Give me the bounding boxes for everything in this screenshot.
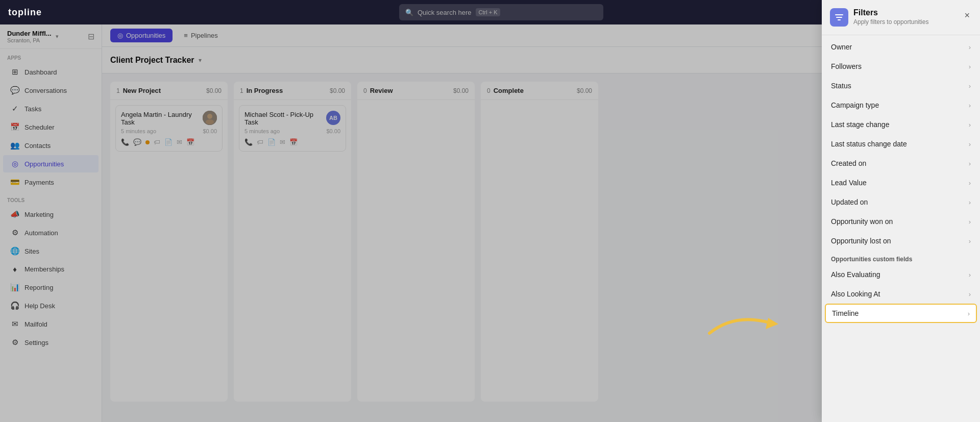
filter-item-label: Lead Value	[831, 179, 867, 187]
filter-item-label: Last stage change	[831, 120, 889, 129]
chevron-right-icon: ›	[969, 218, 971, 226]
search-shortcut: Ctrl + K	[476, 8, 501, 16]
filter-item-label: Created on	[831, 159, 866, 167]
chevron-right-icon: ›	[968, 310, 970, 317]
filter-item-label: Status	[831, 82, 851, 90]
filter-item-label: Owner	[831, 43, 852, 51]
app-logo: topline	[8, 7, 42, 18]
filter-item-also-looking-at[interactable]: Also Looking At ›	[822, 284, 980, 304]
chevron-right-icon: ›	[969, 82, 971, 90]
svg-rect-4	[835, 14, 843, 15]
filter-item-label: Opportunity lost on	[831, 237, 891, 245]
chevron-right-icon: ›	[969, 198, 971, 206]
filter-item-opportunity-won-on[interactable]: Opportunity won on ›	[822, 212, 980, 231]
filter-item-last-status-change-date[interactable]: Last status change date ›	[822, 134, 980, 154]
chevron-right-icon: ›	[969, 121, 971, 129]
filter-item-campaign-type[interactable]: Campaign type ›	[822, 95, 980, 115]
filter-item-label: Timeline	[832, 309, 859, 317]
chevron-right-icon: ›	[969, 102, 971, 109]
chevron-right-icon: ›	[969, 271, 971, 279]
filter-item-created-on[interactable]: Created on ›	[822, 154, 980, 173]
filter-icon-wrap	[830, 8, 848, 27]
filter-item-also-evaluating[interactable]: Also Evaluating ›	[822, 265, 980, 284]
chevron-right-icon: ›	[969, 290, 971, 298]
filter-item-label: Campaign type	[831, 101, 879, 109]
search-icon: 🔍	[405, 9, 413, 16]
filter-close-button[interactable]: ×	[962, 8, 972, 23]
filter-item-owner[interactable]: Owner ›	[822, 37, 980, 57]
chevron-right-icon: ›	[969, 160, 971, 167]
filter-subtitle: Apply filters to opportunities	[853, 18, 962, 26]
global-search[interactable]: 🔍 Quick search here Ctrl + K	[399, 4, 603, 20]
filter-item-label: Followers	[831, 62, 862, 70]
filter-title: Filters	[853, 8, 962, 17]
chevron-right-icon: ›	[969, 179, 971, 187]
filter-item-status[interactable]: Status ›	[822, 76, 980, 95]
svg-rect-5	[836, 17, 842, 18]
filter-item-label: Opportunity won on	[831, 217, 893, 226]
filter-item-lead-value[interactable]: Lead Value ›	[822, 173, 980, 192]
filter-list: Owner › Followers › Status › Campaign ty…	[822, 35, 980, 422]
chevron-right-icon: ›	[969, 43, 971, 51]
filter-item-timeline[interactable]: Timeline ›	[825, 304, 977, 323]
filter-item-opportunity-lost-on[interactable]: Opportunity lost on ›	[822, 231, 980, 251]
filter-item-label: Updated on	[831, 198, 868, 206]
filter-header: Filters Apply filters to opportunities ×	[822, 0, 980, 35]
filter-item-last-stage-change[interactable]: Last stage change ›	[822, 115, 980, 134]
filter-item-followers[interactable]: Followers ›	[822, 57, 980, 76]
filter-item-label: Also Looking At	[831, 290, 880, 298]
filter-item-label: Last status change date	[831, 140, 907, 148]
chevron-right-icon: ›	[969, 63, 971, 70]
chevron-right-icon: ›	[969, 140, 971, 148]
filter-item-updated-on[interactable]: Updated on ›	[822, 192, 980, 212]
filter-panel: Filters Apply filters to opportunities ×…	[822, 0, 980, 422]
filter-item-label: Also Evaluating	[831, 270, 880, 279]
svg-rect-6	[838, 19, 841, 20]
search-placeholder: Quick search here	[418, 9, 472, 16]
filter-icon	[834, 12, 844, 22]
custom-fields-label: Opportunities custom fields	[822, 251, 980, 265]
chevron-right-icon: ›	[969, 237, 971, 245]
